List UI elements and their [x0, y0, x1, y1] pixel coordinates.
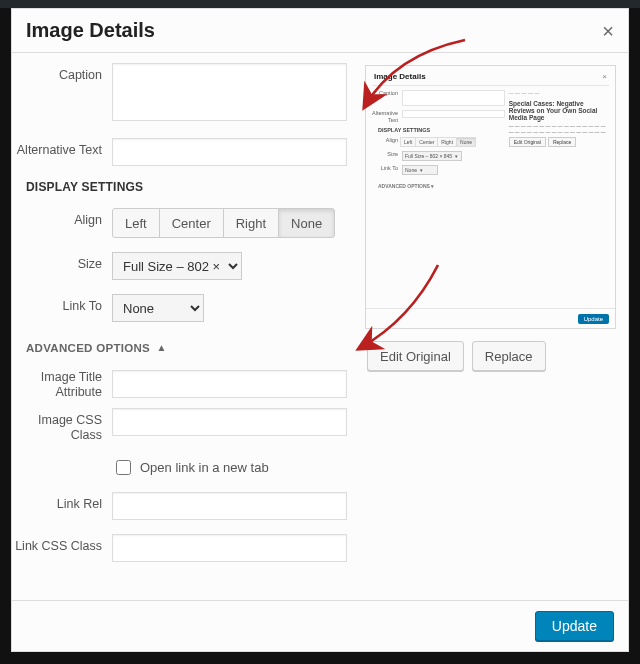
modal-body: Caption Alternative Text DISPLAY SETTING…: [12, 53, 628, 600]
title-attr-input[interactable]: [112, 370, 347, 398]
open-new-tab-label: Open link in a new tab: [140, 460, 269, 475]
modal-title: Image Details: [26, 19, 155, 42]
replace-button[interactable]: Replace: [472, 341, 546, 371]
mini-title: Image Details: [374, 72, 426, 81]
modal-header: Image Details ×: [12, 9, 628, 53]
link-css-input[interactable]: [112, 534, 347, 562]
align-button-group: Left Center Right None: [112, 208, 347, 238]
align-left-button[interactable]: Left: [112, 208, 160, 238]
link-rel-input[interactable]: [112, 492, 347, 520]
linkto-select[interactable]: None: [112, 294, 204, 322]
advanced-options-label: ADVANCED OPTIONS: [26, 342, 150, 354]
mini-close-icon: ×: [602, 72, 607, 81]
align-none-button[interactable]: None: [278, 208, 335, 238]
open-new-tab-checkbox[interactable]: [116, 460, 131, 475]
css-class-input[interactable]: [112, 408, 347, 436]
caption-label: Caption: [12, 63, 112, 83]
align-right-button[interactable]: Right: [223, 208, 279, 238]
preview-column: Image Details × Caption Alternative Text…: [357, 53, 628, 600]
image-details-modal: Image Details × Caption Alternative Text…: [11, 8, 629, 652]
open-new-tab-row[interactable]: Open link in a new tab: [112, 457, 347, 478]
caption-input[interactable]: [112, 63, 347, 121]
edit-original-button[interactable]: Edit Original: [367, 341, 464, 371]
size-label: Size: [12, 252, 112, 272]
settings-column: Caption Alternative Text DISPLAY SETTING…: [12, 53, 357, 600]
mini-article-title: Special Cases: Negative Reviews on Your …: [509, 100, 609, 122]
alt-text-input[interactable]: [112, 138, 347, 166]
alt-text-label: Alternative Text: [12, 138, 112, 158]
chevron-up-icon: ▲: [157, 342, 167, 353]
link-rel-label: Link Rel: [12, 492, 112, 512]
close-icon[interactable]: ×: [602, 21, 614, 41]
linkto-label: Link To: [12, 294, 112, 314]
display-settings-heading: DISPLAY SETTINGS: [26, 180, 347, 194]
image-preview: Image Details × Caption Alternative Text…: [365, 65, 616, 329]
css-class-label: Image CSS Class: [12, 408, 112, 443]
link-css-label: Link CSS Class: [12, 534, 112, 554]
align-label: Align: [12, 208, 112, 228]
size-select[interactable]: Full Size – 802 × 845: [112, 252, 242, 280]
mini-update-button: Update: [578, 314, 609, 324]
advanced-options-toggle[interactable]: ADVANCED OPTIONS ▲: [26, 342, 347, 354]
align-center-button[interactable]: Center: [159, 208, 224, 238]
preview-content: Image Details × Caption Alternative Text…: [366, 66, 615, 308]
title-attr-label: Image Title Attribute: [12, 370, 112, 400]
update-button[interactable]: Update: [535, 611, 614, 641]
modal-footer: Update: [12, 600, 628, 651]
